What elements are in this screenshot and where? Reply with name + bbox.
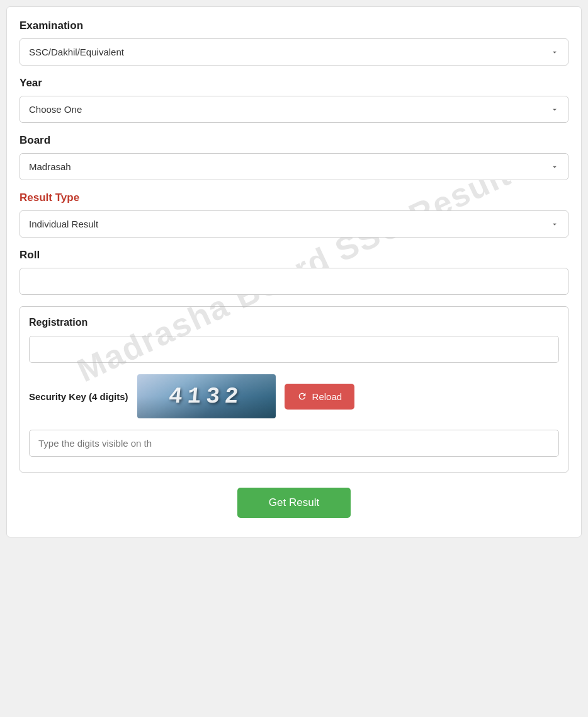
board-select[interactable]: Madrasah Dhaka Chittagong Rajshahi [20,153,568,180]
roll-input-wrapper [20,268,568,295]
security-row: Security Key (4 digits) 4132 Reload [29,374,559,418]
examination-label: Examination [20,20,568,32]
roll-group: Roll [20,249,568,295]
year-group: Year Choose One 2024 2023 2022 [20,77,568,123]
security-key-label: Security Key (4 digits) [29,391,128,402]
year-label: Year [20,77,568,89]
captcha-image: 4132 [137,374,276,418]
security-section: Security Key (4 digits) 4132 Reload [29,374,559,462]
result-type-group: Result Type Individual Result Institutio… [20,192,568,238]
examination-group: Examination SSC/Dakhil/Equivalent HSC/Al… [20,20,568,66]
roll-input[interactable] [20,268,568,295]
result-type-select[interactable]: Individual Result Institution Result [20,210,568,238]
registration-input[interactable] [29,336,559,363]
examination-select[interactable]: SSC/Dakhil/Equivalent HSC/Alim/Equivalen… [20,38,568,66]
security-key-input[interactable] [29,430,559,457]
reload-icon [297,391,307,401]
reload-label: Reload [312,391,342,402]
registration-label: Registration [29,317,559,328]
registration-box: Registration Security Key (4 digits) 413… [20,306,568,473]
get-result-label: Get Result [269,496,319,508]
year-select[interactable]: Choose One 2024 2023 2022 [20,96,568,123]
roll-label: Roll [20,249,568,261]
result-type-label: Result Type [20,192,568,204]
captcha-text: 4132 [168,384,245,410]
form-container: Madrasha Board SSC Result Examination SS… [6,6,582,537]
reload-button[interactable]: Reload [285,384,355,410]
get-result-button[interactable]: Get Result [237,488,351,518]
board-group: Board Madrasah Dhaka Chittagong Rajshahi [20,134,568,180]
board-label: Board [20,134,568,147]
